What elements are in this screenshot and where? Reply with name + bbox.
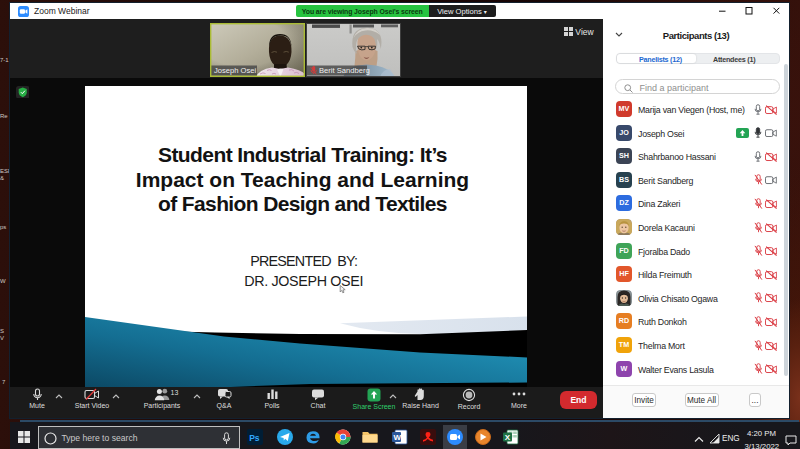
svg-text:Joseph Osei: Joseph Osei (214, 66, 257, 75)
svg-text:Berit Sandberg: Berit Sandberg (319, 66, 370, 75)
svg-text:Ps: Ps (249, 433, 260, 443)
svg-text:W: W (394, 433, 402, 442)
svg-text:X: X (505, 433, 511, 442)
svg-text:13: 13 (171, 389, 179, 396)
